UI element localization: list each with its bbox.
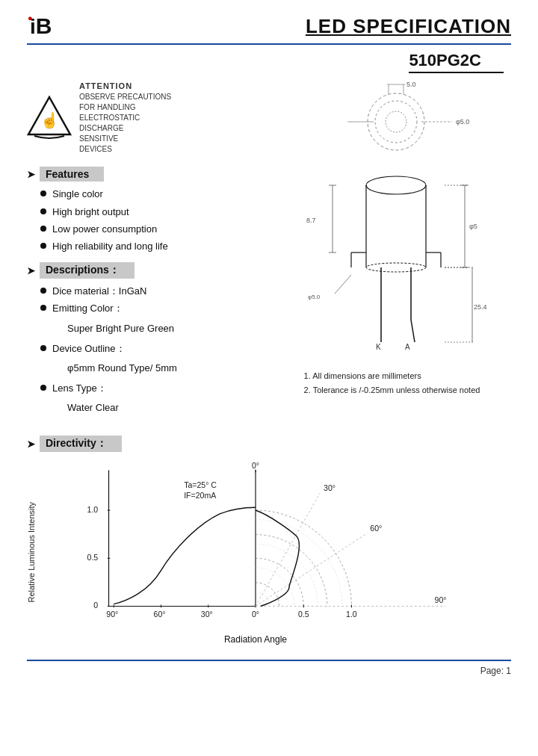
attention-box: ☝ ATTENTION OBSERVE PRECAUTIONS FOR HAND… [27,81,265,155]
feature-2: High bright output [52,205,129,219]
page: ● i B LED SPECIFICATION 510PG2C ☝ [0,0,538,756]
y-axis-label: Relative Luminous Intensity [27,502,36,603]
attention-line5: SENSITIVE [79,134,171,144]
model-row: 510PG2C [27,51,511,73]
bullet-icon [40,288,46,294]
list-item: Emitting Color： Super Bright Pure Green [40,302,265,338]
svg-text:φ5.0: φ5.0 [308,294,321,300]
list-item: Device Outline： φ5mm Round Type/ 5mm [40,342,265,378]
svg-point-2 [368,93,424,150]
directivity-chevron: ➤ [27,439,35,450]
bullet-icon [40,385,46,391]
svg-text:A: A [405,343,410,351]
svg-text:60°: 60° [370,524,382,533]
features-header: ➤ Features [27,167,265,182]
esd-icon: ☝ [27,94,72,141]
features-list: Single color High bright output Low powe… [40,188,265,253]
svg-text:Ta=25° C: Ta=25° C [184,481,217,490]
svg-text:0°: 0° [252,610,259,619]
x-axis-label: Radiation Angle [224,634,287,645]
diagram-note-2: 2. Tolerance is /-0.25mm unless otherwis… [304,383,480,397]
features-chevron: ➤ [27,169,35,180]
svg-text:8.7: 8.7 [306,217,316,224]
bullet-icon [40,243,46,249]
footer: Page: 1 [27,660,511,676]
model-number: 510PG2C [409,51,504,73]
svg-text:0.5: 0.5 [298,610,309,619]
svg-text:0.5: 0.5 [87,554,99,563]
diagram-notes: 1. All dimensions are millimeters 2. Tol… [304,369,480,397]
svg-line-22 [411,320,415,342]
desc-emitting-value: Super Bright Pure Green [67,322,174,335]
svg-text:90°: 90° [435,595,447,604]
page-number: Page: 1 [480,666,511,676]
svg-line-62 [256,533,368,607]
svg-point-3 [375,101,417,143]
polar-chart-svg: 0 0.5 1.0 0° 30° 60° 90° [39,459,472,631]
list-item: Dice material：InGaN [40,285,265,298]
attention-line1: OBSERVE PRECAUTIONS [79,92,171,102]
bullet-icon [40,208,46,214]
desc-lens-label: Lens Type： [52,382,107,395]
directivity-header: ➤ Directivity： [27,436,511,452]
feature-1: Single color [52,188,103,201]
list-item: High reliability and long life [40,240,265,253]
svg-point-4 [386,111,406,132]
attention-line3: ELECTROSTATIC [79,113,171,123]
attention-line2: FOR HANDLING [79,102,171,113]
feature-3: Low power consumption [52,223,157,236]
desc-emitting-label: Emitting Color： [52,302,123,315]
attention-text: ATTENTION OBSERVE PRECAUTIONS FOR HANDLI… [79,81,171,155]
directivity-title: Directivity： [40,436,122,452]
bullet-icon [40,345,46,351]
list-item: Low power consumption [40,223,265,236]
svg-text:60°: 60° [154,610,166,619]
logo-area: ● i B [27,13,53,39]
desc-lens-value: Water Clear [67,401,119,415]
descriptions-list: Dice material：InGaN Emitting Color： Supe… [40,285,265,418]
left-column: ☝ ATTENTION OBSERVE PRECAUTIONS FOR HAND… [27,81,265,424]
features-title: Features [40,167,104,182]
bullet-icon [40,305,46,311]
bullet-icon [40,226,46,232]
desc-outline-value: φ5mm Round Type/ 5mm [67,362,177,375]
list-item: Single color [40,188,265,201]
header: ● i B LED SPECIFICATION [27,13,511,45]
svg-text:30°: 30° [201,610,213,619]
led-diagram-area: φ5.0 5.0 [273,81,511,424]
main-title: LED SPECIFICATION [306,15,511,38]
desc-outline-label: Device Outline： [52,342,126,356]
svg-text:φ5.0: φ5.0 [456,118,469,126]
svg-text:1.0: 1.0 [346,610,357,619]
bullet-icon [40,190,46,196]
svg-text:☝: ☝ [40,111,59,129]
svg-point-14 [366,176,426,194]
polar-chart-container: Relative Luminous Intensity [27,459,511,645]
list-item: Lens Type： Water Clear [40,382,265,418]
led-diagram: φ5.0 5.0 [276,81,508,365]
directivity-section: ➤ Directivity： Relative Luminous Intensi… [27,436,511,645]
svg-text:1.0: 1.0 [87,505,99,514]
svg-point-15 [366,263,426,272]
svg-text:K: K [376,343,381,351]
svg-line-60 [256,493,320,606]
svg-text:30°: 30° [324,484,336,493]
list-item: High bright output [40,205,265,219]
feature-4: High reliability and long life [52,240,168,253]
svg-text:5.0: 5.0 [406,81,416,88]
descriptions-chevron: ➤ [27,265,35,276]
svg-text:IF=20mA: IF=20mA [184,491,216,500]
attention-title: ATTENTION [79,81,171,92]
attention-line4: DISCHARGE [79,123,171,134]
chart-area: 0 0.5 1.0 0° 30° 60° 90° [39,459,472,645]
descriptions-title: Descriptions： [40,262,134,279]
svg-text:0°: 0° [252,462,259,471]
svg-text:φ5: φ5 [469,223,477,230]
svg-text:25.4: 25.4 [474,303,487,311]
attention-line6: DEVICES [79,144,171,155]
svg-text:0: 0 [93,601,98,610]
svg-line-39 [335,275,351,294]
svg-text:90°: 90° [106,610,118,619]
descriptions-header: ➤ Descriptions： [27,262,265,279]
desc-dice: Dice material：InGaN [52,285,146,298]
